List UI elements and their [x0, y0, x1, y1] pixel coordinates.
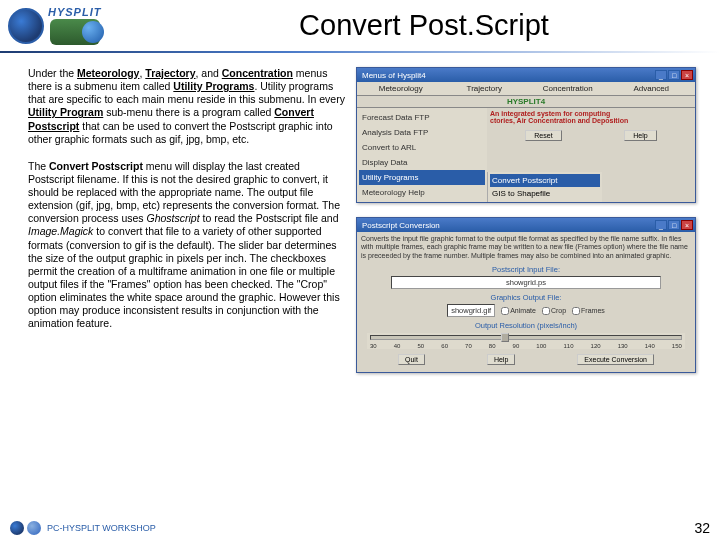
paragraph-1: Under the Meteorology, Trajectory, and C…: [28, 67, 348, 146]
slide-header: HYSPLIT Convert Post.Script: [0, 0, 720, 47]
close-button[interactable]: ×: [681, 220, 693, 230]
ps-body: Converts the input file graphic format t…: [357, 232, 695, 372]
help-button[interactable]: Help: [624, 130, 656, 141]
quit-button[interactable]: Quit: [398, 354, 425, 365]
menus-window: Menus of Hysplit4 _ □ × Meteorology Traj…: [356, 67, 696, 203]
output-row: showgrid.gif Animate Crop Frames: [361, 304, 691, 317]
maximize-button[interactable]: □: [668, 220, 680, 230]
execute-button[interactable]: Execute Conversion: [577, 354, 654, 365]
menu-item-convert-arl[interactable]: Convert to ARL: [359, 140, 485, 155]
slider-ticks: 30405060708090100110120130140150: [370, 343, 682, 349]
animate-checkbox[interactable]: Animate: [501, 307, 536, 315]
hysplit-logo: HYSPLIT: [48, 6, 101, 45]
reset-button[interactable]: Reset: [525, 130, 561, 141]
ps-description: Converts the input file graphic format t…: [361, 235, 691, 260]
submenu-convert-postscript[interactable]: Convert Postscript: [490, 174, 600, 187]
crop-checkbox[interactable]: Crop: [542, 307, 566, 315]
ps-titlebar: Postscript Conversion _ □ ×: [357, 218, 695, 232]
menu-item-display-data[interactable]: Display Data: [359, 155, 485, 170]
slider-thumb[interactable]: [501, 333, 509, 342]
menu-advanced[interactable]: Advanced: [610, 84, 694, 93]
arl-small-icon: [27, 521, 41, 535]
resolution-slider[interactable]: 30405060708090100110120130140150: [367, 333, 685, 349]
menu-item-forecast[interactable]: Forecast Data FTP: [359, 110, 485, 125]
text-column: Under the Meteorology, Trajectory, and C…: [28, 67, 348, 373]
ps-window-title: Postscript Conversion: [359, 221, 654, 230]
app-name-label: HYSPLIT4: [357, 95, 695, 108]
help-button[interactable]: Help: [487, 354, 515, 365]
menu-trajectory[interactable]: Trajectory: [443, 84, 527, 93]
menu-item-utility-programs[interactable]: Utility Programs: [359, 170, 485, 185]
logo-area: HYSPLIT: [8, 6, 168, 45]
output-file-label: Graphics Output File:: [361, 291, 691, 303]
close-button[interactable]: ×: [681, 70, 693, 80]
submenu-gis-shapefile[interactable]: GIS to Shapefile: [490, 187, 600, 200]
app-description: An integrated system for computing ctori…: [487, 108, 695, 172]
frames-checkbox[interactable]: Frames: [572, 307, 605, 315]
menu-item-meteorology-help[interactable]: Meteorology Help: [359, 185, 485, 200]
minimize-button[interactable]: _: [655, 220, 667, 230]
output-file-field[interactable]: showgrid.gif: [447, 304, 495, 317]
noaa-logo-icon: [8, 8, 44, 44]
slide-footer: PC-HYSPLIT WORKSHOP 32: [0, 520, 720, 536]
postscript-conversion-window: Postscript Conversion _ □ × Converts the…: [356, 217, 696, 373]
noaa-small-icon: [10, 521, 24, 535]
menu-meteorology[interactable]: Meteorology: [359, 84, 443, 93]
resolution-label: Output Resolution (pixels/inch): [361, 319, 691, 331]
input-file-label: Postscript Input File:: [361, 263, 691, 275]
menu-concentration[interactable]: Concentration: [526, 84, 610, 93]
menu-item-analysis[interactable]: Analysis Data FTP: [359, 125, 485, 140]
screenshot-column: Menus of Hysplit4 _ □ × Meteorology Traj…: [356, 67, 696, 373]
menus-titlebar: Menus of Hysplit4 _ □ ×: [357, 68, 695, 82]
action-buttons: Quit Help Execute Conversion: [361, 351, 691, 369]
main-menu-dropdown: Forecast Data FTP Analysis Data FTP Conv…: [357, 108, 487, 202]
maximize-button[interactable]: □: [668, 70, 680, 80]
content-area: Under the Meteorology, Trajectory, and C…: [0, 53, 720, 373]
footer-text: PC-HYSPLIT WORKSHOP: [47, 523, 156, 533]
input-file-field[interactable]: showgrid.ps: [391, 276, 661, 289]
menus-window-title: Menus of Hysplit4: [359, 71, 654, 80]
paragraph-2: The Convert Postscript menu will display…: [28, 160, 348, 331]
page-title: Convert Post.Script: [168, 9, 710, 42]
globe-icon: [50, 19, 100, 45]
page-number: 32: [694, 520, 710, 536]
minimize-button[interactable]: _: [655, 70, 667, 80]
hysplit-label: HYSPLIT: [48, 6, 101, 18]
menubar: Meteorology Trajectory Concentration Adv…: [357, 82, 695, 95]
menus-body: Forecast Data FTP Analysis Data FTP Conv…: [357, 108, 695, 202]
utility-submenu: Convert Postscript GIS to Shapefile: [487, 172, 602, 202]
